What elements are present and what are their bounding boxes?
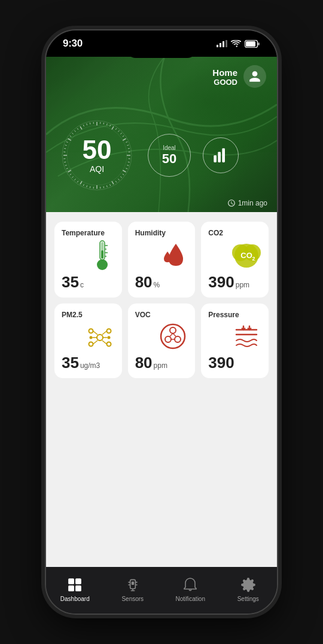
pressure-value: 390: [208, 354, 234, 372]
temperature-unit: c: [80, 281, 84, 289]
co2-value: 390: [208, 273, 234, 292]
svg-line-90: [93, 331, 97, 335]
notification-nav-icon: [182, 576, 199, 593]
sensor-title-voc: VOC: [135, 311, 188, 319]
co2-icon: CO 2: [231, 241, 261, 271]
battery-icon: [245, 40, 260, 48]
sensors-grid: Temperature: [54, 222, 269, 378]
svg-rect-2: [223, 41, 224, 47]
svg-text:2: 2: [252, 256, 255, 262]
voc-value: 80: [135, 354, 153, 372]
svg-rect-0: [217, 45, 218, 47]
notification-icon: [183, 577, 197, 593]
nav-label-sensors: Sensors: [121, 596, 144, 602]
voc-value-row: 80 ppm: [135, 354, 188, 372]
svg-line-102: [170, 333, 173, 336]
location-status: GOOD: [212, 78, 237, 87]
chart-icon: [212, 148, 229, 162]
nav-item-dashboard[interactable]: Dashboard: [54, 576, 96, 602]
aqi-label: AQI: [90, 164, 104, 174]
svg-rect-108: [75, 578, 81, 584]
thermometer-icon: [90, 240, 115, 271]
bottom-nav: Dashboard Sensors: [46, 567, 277, 615]
pm25-unit: ug/m3: [80, 361, 100, 370]
nav-label-notification: Notification: [176, 596, 205, 602]
settings-nav-icon: [240, 576, 257, 593]
co2-icon-area: CO 2: [208, 240, 261, 273]
nav-item-sensors[interactable]: Sensors: [112, 576, 154, 602]
nav-item-settings[interactable]: Settings: [227, 576, 269, 602]
svg-rect-110: [75, 585, 81, 591]
sensor-title-pressure: Pressure: [208, 311, 261, 319]
svg-text:CO: CO: [240, 251, 252, 260]
aqi-section: /* generated in JS below */ 50 AQI: [46, 116, 277, 194]
ideal-value: 50: [162, 151, 176, 167]
svg-point-75: [97, 259, 108, 270]
chart-button[interactable]: [203, 137, 239, 173]
svg-point-101: [175, 336, 181, 342]
sensor-card-pm25: PM2.5: [54, 303, 122, 378]
sensor-card-voc: VOC: [128, 303, 196, 378]
sensor-card-co2: CO2 CO 2 390 p: [201, 222, 269, 298]
pm25-icon: [85, 324, 115, 351]
profile-button[interactable]: [243, 65, 266, 88]
pressure-icon: [231, 324, 261, 351]
sensor-card-pressure: Pressure: [201, 303, 269, 378]
sensor-title-co2: CO2: [208, 229, 261, 237]
svg-rect-71: [222, 148, 225, 162]
humidity-icon: [158, 241, 188, 271]
svg-line-92: [93, 341, 97, 344]
nav-label-settings: Settings: [237, 596, 259, 602]
svg-rect-70: [218, 152, 221, 162]
co2-unit: ppm: [236, 281, 249, 289]
sensor-card-temperature: Temperature: [54, 222, 122, 298]
humidity-value-row: 80 %: [135, 273, 188, 292]
pressure-icon-area: [208, 321, 261, 354]
svg-point-86: [89, 329, 93, 333]
svg-rect-69: [214, 155, 217, 162]
sensor-title-humidity: Humidity: [135, 229, 188, 237]
settings-icon: [240, 577, 256, 593]
svg-point-89: [106, 342, 111, 346]
sensors-icon: [125, 577, 141, 593]
svg-rect-6: [246, 41, 255, 47]
sensors-container: Temperature: [46, 212, 277, 567]
voc-icon-area: [135, 321, 188, 354]
dashboard-nav-icon: [66, 576, 83, 593]
svg-point-100: [165, 336, 171, 342]
dynamic-island: [126, 38, 197, 58]
phone-frame: 9:30: [45, 29, 278, 615]
status-icons: [217, 40, 260, 48]
pressure-value-row: 390: [208, 354, 261, 372]
svg-point-85: [97, 335, 103, 341]
humidity-unit: %: [154, 281, 160, 289]
svg-point-94: [89, 336, 92, 339]
temperature-value-row: 35 c: [62, 273, 115, 292]
svg-rect-107: [68, 578, 74, 584]
hero-location: Home GOOD: [212, 68, 237, 87]
nav-item-notification[interactable]: Notification: [169, 576, 211, 602]
ideal-label: Ideal: [163, 145, 176, 151]
sensors-nav-icon: [124, 576, 141, 593]
pm25-value: 35: [62, 354, 79, 372]
svg-rect-3: [226, 40, 227, 47]
svg-rect-112: [132, 581, 134, 584]
profile-icon: [248, 70, 261, 83]
pm25-value-row: 35 ug/m3: [62, 354, 115, 372]
svg-point-87: [106, 329, 111, 333]
aqi-ring: /* generated in JS below */ 50 AQI: [58, 116, 136, 194]
signal-icon: [217, 40, 227, 47]
pm25-icon-area: [62, 321, 115, 354]
co2-value-row: 390 ppm: [208, 273, 261, 292]
main-content: Home GOOD /* generated in JS below */: [46, 57, 277, 615]
dashboard-icon: [67, 577, 83, 593]
location-name: Home: [212, 68, 237, 78]
svg-rect-5: [258, 42, 260, 45]
svg-point-99: [170, 327, 176, 333]
temperature-value: 35: [62, 273, 79, 292]
clock-icon: [227, 199, 236, 207]
svg-line-93: [102, 341, 107, 344]
svg-line-91: [102, 331, 107, 335]
svg-line-103: [173, 333, 176, 336]
svg-rect-1: [220, 43, 221, 47]
